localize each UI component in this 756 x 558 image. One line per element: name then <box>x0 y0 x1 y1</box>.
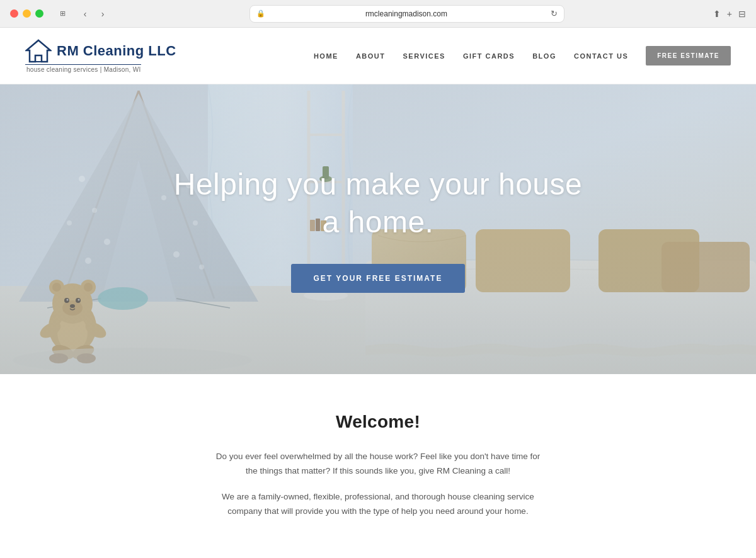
refresh-icon[interactable]: ↻ <box>551 9 558 18</box>
svg-marker-0 <box>26 40 50 62</box>
svg-rect-1 <box>35 55 42 62</box>
welcome-paragraph-2: We are a family-owned, flexible, profess… <box>214 490 542 519</box>
nav-contact[interactable]: CONTACT US <box>574 52 628 60</box>
welcome-section: Welcome! Do you ever feel overwhelmed by… <box>0 374 756 558</box>
close-dot[interactable] <box>10 9 18 18</box>
sidebar-icon[interactable]: ⊟ <box>738 9 746 19</box>
website-content: RM Cleaning LLC house cleaning services … <box>0 28 756 558</box>
nav-home[interactable]: HOME <box>314 52 338 60</box>
back-button[interactable]: ‹ <box>76 5 94 23</box>
browser-window: ⊞ ‹ › 🔒 rmcleaningmadison.com ↻ ⬆ + ⊟ <box>0 0 756 558</box>
site-header: RM Cleaning LLC house cleaning services … <box>0 28 756 84</box>
url-text: rmcleaningmadison.com <box>269 9 543 18</box>
logo-text: RM Cleaning LLC <box>57 43 176 59</box>
logo-main: RM Cleaning LLC <box>25 39 176 63</box>
lock-icon: 🔒 <box>256 9 265 18</box>
welcome-title: Welcome! <box>25 412 731 432</box>
share-icon[interactable]: ⬆ <box>713 9 721 19</box>
hero-heading: Helping you make your house a home. <box>174 166 583 241</box>
logo-area: RM Cleaning LLC house cleaning services … <box>25 39 176 73</box>
maximize-dot[interactable] <box>35 9 43 18</box>
nav-blog[interactable]: BLOG <box>532 52 556 60</box>
nav-services[interactable]: SERVICES <box>403 52 445 60</box>
window-icon: ⊞ <box>54 5 71 23</box>
minimize-dot[interactable] <box>23 9 31 18</box>
nav-gift-cards[interactable]: GIFT CARDS <box>463 52 515 60</box>
free-estimate-nav-button[interactable]: FREE ESTIMATE <box>646 46 731 65</box>
browser-titlebar: ⊞ ‹ › 🔒 rmcleaningmadison.com ↻ ⬆ + ⊟ <box>0 0 756 28</box>
logo-tagline: house cleaning services | Madison, WI <box>25 64 141 73</box>
nav-about[interactable]: ABOUT <box>356 52 386 60</box>
welcome-paragraph-1: Do you ever feel overwhelmed by all the … <box>214 450 542 479</box>
hero-section: Helping you make your house a home. GET … <box>0 84 756 374</box>
forward-button[interactable]: › <box>94 5 112 23</box>
browser-action-buttons: ⬆ + ⊟ <box>713 9 746 19</box>
hero-content: Helping you make your house a home. GET … <box>149 166 608 293</box>
main-nav: HOME ABOUT SERVICES GIFT CARDS BLOG CONT… <box>314 46 731 65</box>
new-tab-icon[interactable]: + <box>727 9 732 19</box>
logo-icon <box>25 39 52 63</box>
address-bar[interactable]: 🔒 rmcleaningmadison.com ↻ <box>249 5 564 23</box>
window-controls <box>10 9 43 18</box>
hero-cta-button[interactable]: GET YOUR FREE ESTIMATE <box>291 264 466 293</box>
